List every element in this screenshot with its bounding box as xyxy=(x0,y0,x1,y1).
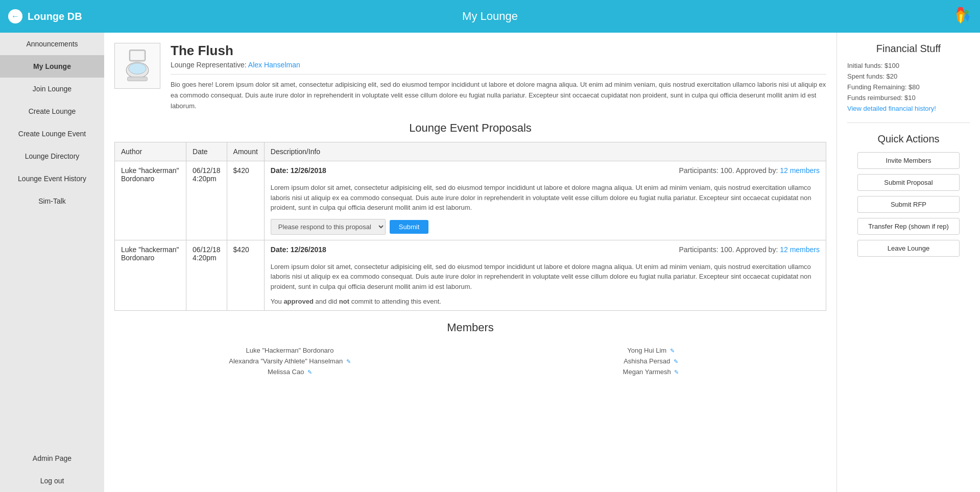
sidebar-item-join-lounge[interactable]: Join Lounge xyxy=(0,78,104,100)
table-row: Luke "hackerman" Bordonaro 06/12/18 4:20… xyxy=(115,161,826,240)
sidebar-item-sim-talk[interactable]: Sim-Talk xyxy=(0,190,104,212)
members-grid: Luke "Hackerman" Bordonaro Yong Hui Lim … xyxy=(114,341,826,381)
flame-logo xyxy=(949,5,972,28)
proposal-respond-select[interactable]: Please respond to this proposal Approve … xyxy=(271,219,386,235)
svg-marker-4 xyxy=(965,13,970,21)
financial-item-2: Funding Remaining: $80 xyxy=(847,83,970,91)
proposal-event-date-0: Date: 12/26/2018 xyxy=(271,166,326,175)
leave-lounge-button[interactable]: Leave Lounge xyxy=(857,240,960,257)
proposal-description-1: Lorem ipsum dolor sit amet, consectetur … xyxy=(271,262,820,292)
app-body: Announcements My Lounge Join Lounge Crea… xyxy=(0,33,980,492)
approved-link-0[interactable]: 12 members xyxy=(780,166,820,175)
invite-members-button[interactable]: Invite Members xyxy=(857,152,960,169)
sidebar-item-log-out[interactable]: Log out xyxy=(0,470,104,492)
header: ← Lounge DB My Lounge xyxy=(0,0,980,33)
submit-proposal-button[interactable]: Submit Proposal xyxy=(857,174,960,191)
sidebar-item-create-lounge-event[interactable]: Create Lounge Event xyxy=(0,122,104,145)
lounge-rep-link[interactable]: Alex Hanselman xyxy=(248,61,300,69)
sidebar: Announcements My Lounge Join Lounge Crea… xyxy=(0,33,104,492)
col-date: Date xyxy=(186,142,227,161)
financial-history-link[interactable]: View detailed financial history! xyxy=(847,105,970,112)
proposal-date-1: 06/12/18 4:20pm xyxy=(186,240,227,311)
list-item: Melissa Cao ✎ xyxy=(114,368,465,376)
edit-icon[interactable]: ✎ xyxy=(670,348,675,354)
transfer-rep-button[interactable]: Transfer Rep (shown if rep) xyxy=(857,218,960,235)
proposal-status: You approved and did not commit to atten… xyxy=(271,298,820,305)
list-item: Megan Yarmesh ✎ xyxy=(475,368,826,376)
financial-item-3: Funds reimbursed: $10 xyxy=(847,94,970,102)
list-item: Luke "Hackerman" Bordonaro xyxy=(114,347,465,354)
list-item: Ashisha Persad ✎ xyxy=(475,357,826,365)
lounge-name: The Flush xyxy=(171,43,826,59)
sidebar-item-announcements[interactable]: Announcements xyxy=(0,33,104,55)
proposal-amount-0: $420 xyxy=(227,161,264,240)
financial-item-1: Spent funds: $20 xyxy=(847,72,970,80)
edit-icon[interactable]: ✎ xyxy=(674,369,679,375)
lounge-bio: Bio goes here! Lorem ipsum dolor sit ame… xyxy=(171,74,826,111)
col-author: Author xyxy=(115,142,186,161)
sidebar-item-create-lounge[interactable]: Create Lounge xyxy=(0,100,104,122)
proposal-desc-1: Date: 12/26/2018 Participants: 100. Appr… xyxy=(264,240,826,311)
lounge-rep: Lounge Representative: Alex Hanselman xyxy=(171,61,826,69)
center-panel: The Flush Lounge Representative: Alex Ha… xyxy=(104,33,837,492)
proposal-approved-0: Participants: 100. Approved by: 12 membe… xyxy=(679,166,820,175)
sidebar-item-my-lounge[interactable]: My Lounge xyxy=(0,55,104,78)
col-description: Description/Info xyxy=(264,142,826,161)
svg-rect-9 xyxy=(128,77,148,81)
proposal-desc-0: Date: 12/26/2018 Participants: 100. Appr… xyxy=(264,161,826,240)
header-left: ← Lounge DB xyxy=(8,9,82,23)
proposal-event-date-1: Date: 12/26/2018 xyxy=(271,245,326,254)
submit-rfp-button[interactable]: Submit RFP xyxy=(857,196,960,213)
edit-icon[interactable]: ✎ xyxy=(307,369,312,375)
proposals-title: Lounge Event Proposals xyxy=(114,121,826,135)
lounge-header: The Flush Lounge Representative: Alex Ha… xyxy=(114,43,826,111)
page-title: My Lounge xyxy=(462,10,518,23)
proposals-table: Author Date Amount Description/Info Luke… xyxy=(114,142,826,311)
sidebar-item-admin-page[interactable]: Admin Page xyxy=(0,447,104,470)
proposal-approved-1: Participants: 100. Approved by: 12 membe… xyxy=(679,245,820,254)
proposal-amount-1: $420 xyxy=(227,240,264,311)
list-item: Yong Hui Lim ✎ xyxy=(475,347,826,354)
list-item: Alexandra "Varsity Athlete" Hanselman ✎ xyxy=(114,357,465,365)
proposal-date-0: 06/12/18 4:20pm xyxy=(186,161,227,240)
proposal-submit-button[interactable]: Submit xyxy=(390,220,428,234)
members-title: Members xyxy=(114,321,826,334)
proposal-author-1: Luke "hackerman" Bordonaro xyxy=(115,240,186,311)
proposal-respond-form: Please respond to this proposal Approve … xyxy=(271,219,820,235)
back-button[interactable]: ← xyxy=(8,9,22,23)
financial-item-0: Initial funds: $100 xyxy=(847,62,970,69)
financial-title: Financial Stuff xyxy=(847,43,970,55)
main-content: The Flush Lounge Representative: Alex Ha… xyxy=(104,33,980,492)
sidebar-item-lounge-event-history[interactable]: Lounge Event History xyxy=(0,167,104,190)
divider xyxy=(847,122,970,123)
lounge-image xyxy=(114,43,160,89)
right-panel: Financial Stuff Initial funds: $100 Spen… xyxy=(837,33,980,492)
svg-point-8 xyxy=(129,63,146,75)
lounge-info: The Flush Lounge Representative: Alex Ha… xyxy=(171,43,826,111)
col-amount: Amount xyxy=(227,142,264,161)
sidebar-item-lounge-directory[interactable]: Lounge Directory xyxy=(0,145,104,167)
proposal-description-0: Lorem ipsum dolor sit amet, consectetur … xyxy=(271,183,820,213)
app-name: Lounge DB xyxy=(28,11,82,22)
edit-icon[interactable]: ✎ xyxy=(674,358,678,364)
quick-actions-title: Quick Actions xyxy=(847,133,970,145)
svg-rect-6 xyxy=(130,51,145,60)
proposal-author-0: Luke "hackerman" Bordonaro xyxy=(115,161,186,240)
edit-icon[interactable]: ✎ xyxy=(346,358,351,364)
table-row: Luke "hackerman" Bordonaro 06/12/18 4:20… xyxy=(115,240,826,311)
sidebar-bottom: Admin Page Log out xyxy=(0,447,104,492)
approved-link-1[interactable]: 12 members xyxy=(780,245,820,254)
quick-actions: Invite Members Submit Proposal Submit RF… xyxy=(847,152,970,257)
sidebar-spacer xyxy=(0,212,104,447)
